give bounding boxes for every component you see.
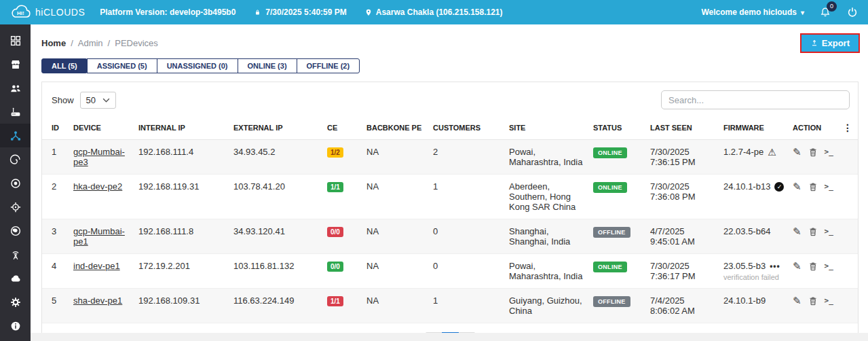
- sidebar-item-global[interactable]: [0, 219, 31, 243]
- edit-pencil-icon[interactable]: ✎: [793, 261, 801, 271]
- header-last-seen[interactable]: LAST SEEN: [646, 116, 719, 140]
- device-link[interactable]: gcp-Mumbai-pe1: [73, 226, 125, 247]
- device-link[interactable]: ind-dev-pe1: [73, 261, 120, 271]
- device-link[interactable]: hka-dev-pe2: [73, 181, 122, 192]
- brand-logo[interactable]: Hi! hiCLOUDS: [10, 4, 85, 20]
- sidebar-item-info[interactable]: [0, 314, 31, 338]
- sidebar-item-users[interactable]: [0, 76, 31, 100]
- tab-assigned[interactable]: ASSIGNED (5): [87, 58, 157, 73]
- cell-firmware: 24.10.1-b13: [723, 181, 770, 192]
- tab-online[interactable]: ONLINE (3): [238, 58, 297, 73]
- search-input[interactable]: [661, 90, 850, 109]
- edit-pencil-icon[interactable]: ✎: [793, 295, 801, 306]
- export-button[interactable]: Export: [801, 35, 858, 52]
- header-backbone-pe[interactable]: BACBKONE PE: [362, 116, 429, 140]
- header-status[interactable]: STATUS: [589, 116, 646, 140]
- breadcrumb-separator: /: [108, 38, 111, 48]
- terminal-console-icon[interactable]: >_: [825, 262, 833, 270]
- cell-backbone-pe: NA: [362, 140, 429, 175]
- column-options-icon[interactable]: ⋮: [843, 122, 852, 133]
- header-customers[interactable]: CUSTOMERS: [429, 116, 505, 140]
- cell-site: Powai, Maharashtra, India: [505, 254, 589, 289]
- cell-customers: 2: [429, 140, 505, 175]
- breadcrumb-admin[interactable]: Admin: [78, 38, 103, 48]
- cell-backbone-pe: NA: [362, 219, 429, 254]
- header-ce[interactable]: CE: [323, 116, 362, 140]
- antenna-icon: [10, 249, 22, 261]
- delete-trash-icon[interactable]: [809, 182, 817, 192]
- sidebar-item-store[interactable]: [0, 52, 31, 76]
- page-size-select[interactable]: 50: [80, 92, 116, 109]
- firmware-more-icon[interactable]: •••: [770, 262, 780, 271]
- sidebar-item-locate[interactable]: [0, 195, 31, 219]
- filter-tabs: ALL (5) ASSIGNED (5) UNASSIGNED (0) ONLI…: [31, 58, 868, 73]
- edit-pencil-icon[interactable]: ✎: [793, 147, 801, 157]
- cell-internal-ip: 192.168.109.31: [134, 289, 229, 323]
- sidebar-item-dashboard[interactable]: [0, 29, 31, 52]
- cell-firmware: 23.05.5-b3: [723, 261, 766, 271]
- top-navigation-bar: Hi! hiCLOUDS Platform Version: develop-3…: [0, 0, 868, 24]
- delete-trash-icon[interactable]: [809, 147, 817, 157]
- header-firmware[interactable]: FIRMWARE: [719, 116, 789, 140]
- device-link[interactable]: sha-dev-pe1: [73, 295, 122, 306]
- firmware-verified-icon: ✓: [774, 182, 784, 192]
- status-badge: OFFLINE: [593, 227, 630, 238]
- cell-firmware: 24.10.1-b9: [723, 295, 766, 306]
- main-content: Home / Admin / PEDevices Export ALL (5) …: [31, 24, 868, 341]
- export-download-icon: [810, 39, 818, 48]
- sidebar-item-settings[interactable]: [0, 290, 31, 314]
- header-site[interactable]: SITE: [505, 116, 589, 140]
- terminal-console-icon[interactable]: >_: [825, 147, 833, 156]
- cloud-logo-icon: Hi!: [10, 4, 33, 20]
- users-icon: [10, 82, 22, 94]
- cell-customers: 0: [429, 219, 505, 254]
- delete-trash-icon[interactable]: [809, 262, 817, 271]
- cell-firmware: 1.2.7-4-pe: [723, 147, 763, 157]
- terminal-console-icon[interactable]: >_: [825, 296, 833, 305]
- sidebar-item-records[interactable]: [0, 171, 31, 195]
- svg-text:Hi!: Hi!: [17, 10, 24, 16]
- cell-customers: 0: [429, 254, 505, 289]
- header-device[interactable]: DEVICE: [69, 116, 134, 140]
- tab-unassigned[interactable]: UNASSIGNED (0): [157, 58, 238, 73]
- tab-offline[interactable]: OFFLINE (2): [297, 58, 360, 73]
- ce-badge: 0/0: [327, 262, 343, 272]
- horizontal-scrollbar[interactable]: [31, 333, 868, 341]
- cell-id: 3: [42, 219, 69, 254]
- logout-button[interactable]: [846, 6, 858, 18]
- tab-all[interactable]: ALL (5): [41, 58, 88, 73]
- cell-internal-ip: 172.19.2.201: [134, 254, 229, 289]
- firmware-note: verification failed: [723, 273, 785, 281]
- edit-pencil-icon[interactable]: ✎: [793, 181, 801, 192]
- sidebar-item-monitoring[interactable]: [0, 147, 31, 171]
- header-id[interactable]: ID: [42, 116, 69, 140]
- delete-trash-icon[interactable]: [809, 296, 817, 306]
- delete-trash-icon[interactable]: [809, 227, 817, 236]
- cell-site: Powai, Maharashtra, India: [505, 140, 589, 175]
- terminal-console-icon[interactable]: >_: [825, 182, 833, 191]
- sidebar-item-devices[interactable]: [0, 100, 31, 124]
- edit-pencil-icon[interactable]: ✎: [793, 226, 801, 236]
- device-link[interactable]: gcp-Mumbai-pe3: [73, 147, 125, 167]
- export-annotation-highlight: Export: [800, 33, 860, 53]
- cell-id: 1: [42, 140, 69, 175]
- header-internal-ip[interactable]: INTERNAL IP: [134, 116, 229, 140]
- cell-customers: 1: [429, 289, 505, 323]
- show-label: Show: [52, 95, 74, 105]
- lock-icon: [253, 7, 262, 17]
- info-icon: [10, 320, 22, 332]
- power-icon: [846, 6, 858, 18]
- user-menu[interactable]: Welcome demo hiclouds ▾: [701, 7, 804, 17]
- sidebar-item-wireless[interactable]: [0, 243, 31, 266]
- left-sidebar-nav: [0, 24, 31, 341]
- table-row: 2 hka-dev-pe2 192.168.119.31 103.78.41.2…: [42, 175, 858, 219]
- terminal-console-icon[interactable]: >_: [825, 227, 833, 236]
- notifications-button[interactable]: 0: [819, 6, 831, 19]
- cell-site: Guiyang, Guizhou, China: [505, 289, 589, 323]
- table-row: 5 sha-dev-pe1 192.168.109.31 116.63.224.…: [42, 289, 858, 323]
- header-external-ip[interactable]: EXTERNAL IP: [229, 116, 323, 140]
- table-header-row: ID DEVICE INTERNAL IP EXTERNAL IP CE BAC…: [42, 116, 858, 140]
- sidebar-item-cloud[interactable]: [0, 266, 31, 290]
- breadcrumb-home[interactable]: Home: [41, 38, 66, 48]
- sidebar-item-pe-devices-active[interactable]: [0, 124, 31, 147]
